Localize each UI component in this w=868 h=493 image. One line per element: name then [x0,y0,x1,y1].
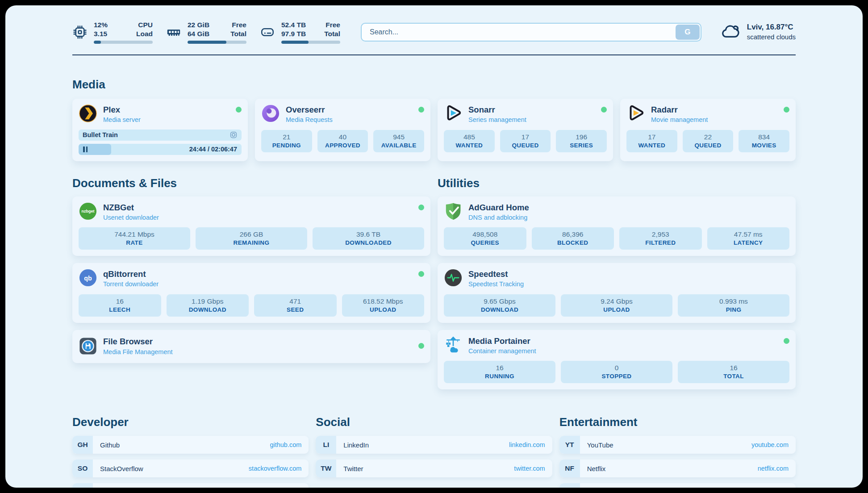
bookmark-abbr: LI [316,436,336,454]
app-subtitle: Usenet downloader [103,214,159,221]
app-subtitle: Series management [468,116,526,124]
stat-chip: 498,508 QUERIES [444,227,526,250]
bookmark-name: StackOverflow [100,465,143,472]
header-divider [72,54,796,55]
app-card-portainer[interactable]: Media Portainer Container management 16 … [438,330,796,390]
status-dot [601,107,607,113]
section-title-entertainment: Entertainment [559,415,796,429]
bookmark-abbr: RE [559,483,580,488]
app-card-nzbget[interactable]: nzbget NZBGet Usenet downloader 744.21 M… [72,196,430,256]
search-bar: G [361,23,701,42]
filebrowser-icon [79,337,97,355]
now-playing-row: Bullet Train [79,130,242,141]
bookmark-reddit[interactable]: RE Reddit reddit.com [559,483,796,488]
search-provider-button[interactable]: G [676,25,700,40]
status-dot [418,271,424,277]
session-icon[interactable] [230,131,238,139]
app-card-sonarr[interactable]: Sonarr Series management 485 WANTED 17 Q… [438,99,613,161]
weather-condition: scattered clouds [747,33,796,42]
bookmark-abbr: GH [72,436,93,454]
status-dot [418,205,424,210]
section-title-social: Social [316,415,552,429]
status-dot [784,338,789,344]
disk-free-label: Free [324,21,340,29]
ram-free-value: 22 GiB [188,21,209,29]
app-subtitle: Torrent downloader [103,280,159,288]
app-name: NZBGet [103,203,159,213]
section-title-documents: Documents & Files [72,176,430,190]
stat-chip: 22 QUEUED [683,130,734,152]
search-input[interactable] [361,23,701,42]
memory-stat: 22 GiB 64 GiB Free Total [166,21,246,44]
status-dot [236,107,242,113]
app-name: Speedtest [468,269,524,279]
radarr-icon [626,104,645,123]
bookmark-linkedin[interactable]: LI LinkedIn linkedin.com [316,436,552,454]
bookmark-name: Twitter [343,465,363,472]
pause-icon [83,146,88,152]
bookmark-abbr: DT [72,483,93,488]
stat-chip: 1.19 Gbps DOWNLOAD [167,294,249,317]
cpu-stat: 12% 3.15 CPU Load [72,21,153,44]
ram-icon [166,25,181,40]
app-name: Plex [103,105,141,115]
disk-total-value: 97.9 TB [281,29,306,38]
status-dot [418,343,424,349]
stat-chip: 39.6 TB DOWNLOADED [313,227,424,250]
cloud-icon [720,21,741,43]
app-card-qbittorrent[interactable]: qb qBittorrent Torrent downloader 16 LEE… [72,263,430,323]
bookmark-group-entertainment: Entertainment YT YouTube youtube.com NF … [559,415,796,488]
bookmark-stackoverflow[interactable]: SO StackOverflow stackoverflow.com [72,460,309,477]
app-card-filebrowser[interactable]: File Browser Media File Management [72,330,430,363]
app-card-speedtest[interactable]: Speedtest Speedtest Tracking 9.65 Gbps D… [438,263,796,323]
documents-column: Documents & Files nzbget NZBGet U [72,176,430,390]
stat-chip: 744.21 Mbps RATE [79,227,190,250]
cpu-progress-bar [94,41,153,44]
status-dot [418,107,424,113]
app-subtitle: Media File Management [103,348,173,356]
disk-total-label: Total [324,29,340,38]
stat-chip: 0 STOPPED [561,361,672,383]
stat-chip: 471 SEED [254,294,337,317]
adguard-icon [444,202,463,221]
stat-chip: 17 WANTED [626,130,677,152]
stat-chip: 266 GB REMAINING [196,227,307,250]
app-card-plex[interactable]: Plex Media server Bullet Train 24:44 / 0… [72,99,248,161]
cpu-usage-value: 12% [94,21,108,29]
bookmark-netflix[interactable]: NF Netflix netflix.com [559,460,796,477]
bookmark-youtube[interactable]: YT YouTube youtube.com [559,436,796,454]
bookmark-name: Netflix [587,465,606,472]
app-card-radarr[interactable]: Radarr Movie management 17 WANTED 22 QUE… [620,99,796,161]
bookmark-twitter[interactable]: TW Twitter twitter.com [316,460,552,477]
stat-chip: 21 PENDING [261,130,312,152]
bookmark-url: stackoverflow.com [249,465,301,472]
bookmark-abbr: NF [559,460,580,477]
ram-progress-bar [188,41,246,44]
ram-free-label: Free [230,21,246,29]
app-name: Overseerr [286,105,333,115]
bookmark-dev[interactable]: DT DEV dev.to [72,483,309,488]
sonarr-icon [444,104,463,123]
stat-chip: 9.24 Gbps UPLOAD [561,294,672,317]
media-grid: Plex Media server Bullet Train 24:44 / 0… [72,99,796,161]
stat-chip: 485 WANTED [444,130,495,152]
bookmark-github[interactable]: GH Github github.com [72,436,309,454]
bookmark-url: linkedin.com [509,441,545,448]
app-name: File Browser [103,337,173,347]
stat-chip: 2,953 FILTERED [619,227,702,250]
stat-chip: 196 SERIES [556,130,607,152]
dashboard-panel: 12% 3.15 CPU Load [5,5,863,488]
cpu-icon [72,25,88,40]
bookmark-url: twitter.com [514,465,545,472]
stat-chip: 16 LEECH [79,294,161,317]
weather-widget: Lviv, 16.87°C scattered clouds [720,21,796,43]
header: 12% 3.15 CPU Load [72,18,796,46]
qbittorrent-icon: qb [79,268,97,287]
app-card-overseerr[interactable]: Overseerr Media Requests 21 PENDING 40 A… [255,99,430,161]
app-card-adguard[interactable]: AdGuard Home DNS and adblocking 498,508 … [438,196,796,256]
nzbget-icon: nzbget [79,202,97,221]
ram-total-label: Total [230,29,246,38]
stat-chip: 17 QUEUED [500,130,551,152]
app-subtitle: Speedtest Tracking [468,280,524,288]
stat-chip: 945 AVAILABLE [373,130,424,152]
